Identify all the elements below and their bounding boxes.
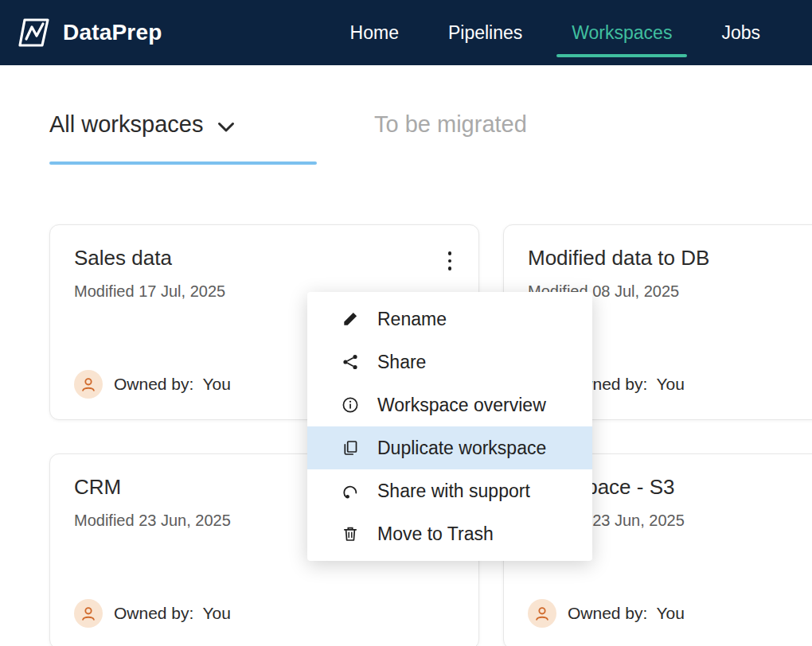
pencil-icon [341, 309, 360, 329]
workspace-title: CRM [74, 475, 121, 500]
tab-to-be-migrated[interactable]: To be migrated [374, 111, 527, 138]
tab-all-workspaces-label: All workspaces [49, 111, 203, 138]
menu-item-label: Share with support [377, 481, 530, 502]
workspace-title: Modified data to DB [528, 246, 709, 270]
user-avatar [528, 599, 556, 628]
card-menu-button[interactable] [437, 247, 463, 274]
headset-icon [341, 481, 360, 500]
menu-item-workspace-overview[interactable]: Workspace overview [307, 383, 592, 426]
user-avatar [74, 599, 103, 628]
duplicate-icon [341, 438, 360, 457]
owner-value: You [202, 375, 230, 394]
menu-item-label: Duplicate workspace [377, 438, 546, 459]
nav-item-jobs[interactable]: Jobs [697, 0, 785, 65]
menu-item-rename[interactable]: Rename [307, 298, 592, 341]
page: DataPrep Home Pipelines Workspaces Jobs … [0, 0, 812, 646]
info-icon [341, 395, 360, 414]
kebab-icon [448, 251, 452, 255]
menu-item-label: Move to Trash [377, 523, 494, 545]
menu-item-move-to-trash[interactable]: Move to Trash [307, 512, 592, 555]
brand-name: DataPrep [63, 20, 162, 45]
nav-item-home[interactable]: Home [326, 0, 424, 65]
person-icon [80, 605, 97, 622]
workspace-title: Sales data [74, 246, 172, 270]
user-avatar [74, 370, 103, 399]
chevron-down-icon[interactable] [217, 122, 235, 133]
trash-icon [341, 524, 360, 543]
workspace-modified: Modified 23 Jun, 2025 [74, 512, 231, 530]
brand: DataPrep [16, 17, 162, 49]
person-icon [80, 376, 97, 393]
person-icon [533, 605, 551, 622]
active-tab-indicator [49, 162, 317, 165]
menu-item-label: Workspace overview [377, 395, 546, 416]
top-navbar: DataPrep Home Pipelines Workspaces Jobs [0, 0, 812, 65]
menu-item-label: Share [377, 352, 426, 373]
owner-label: Owned by: [114, 604, 193, 623]
owner-value: You [656, 604, 684, 623]
share-icon [341, 352, 360, 372]
owner-label: Owned by: [114, 375, 193, 394]
tab-all-workspaces[interactable]: All workspaces [49, 111, 235, 138]
menu-item-share-with-support[interactable]: Share with support [307, 469, 592, 512]
nav-items: Home Pipelines Workspaces Jobs [326, 0, 812, 65]
owner-value: You [202, 604, 230, 623]
owner-row: Owned by: You [74, 370, 231, 399]
menu-item-label: Rename [377, 309, 447, 330]
card-context-menu: Rename Share Workspace ov [307, 292, 592, 561]
menu-item-duplicate-workspace[interactable]: Duplicate workspace [307, 426, 592, 469]
nav-item-workspaces[interactable]: Workspaces [547, 0, 697, 65]
workspace-modified: Modified 17 Jul, 2025 [74, 282, 225, 301]
owner-row: Owned by: You [528, 599, 685, 628]
owner-value: You [656, 375, 684, 394]
owner-row: Owned by: You [74, 599, 231, 628]
menu-item-share[interactable]: Share [307, 341, 592, 383]
dataprep-logo-icon [16, 17, 53, 49]
nav-item-pipelines[interactable]: Pipelines [424, 0, 547, 65]
owner-label: Owned by: [568, 604, 647, 623]
